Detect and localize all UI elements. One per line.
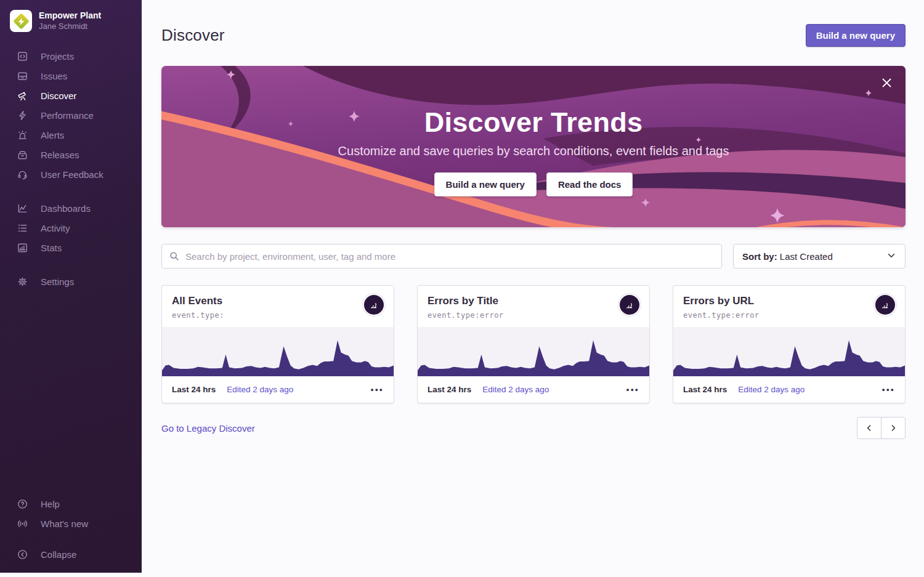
sort-dropdown[interactable]: Sort by: Last Created	[733, 244, 906, 268]
query-card-all-events[interactable]: All Events event.type: Last 24 hrs Edite…	[161, 285, 394, 403]
discover-trends-banner: Discover Trends Customize and save queri…	[161, 66, 906, 227]
sidebar-item-label: Activity	[41, 223, 70, 233]
card-query: event.type:	[172, 311, 384, 320]
sidebar-item-user-feedback[interactable]: User Feedback	[0, 164, 142, 184]
card-edited-link[interactable]: Edited 2 days ago	[227, 385, 293, 394]
telescope-icon	[17, 90, 28, 102]
legacy-discover-link[interactable]: Go to Legacy Discover	[161, 423, 255, 434]
card-sparkline-chart	[162, 327, 394, 376]
sidebar-item-alerts[interactable]: Alerts	[0, 125, 142, 145]
org-logo-diamond-icon	[13, 13, 30, 30]
sidebar: Empower Plant Jane Schmidt Projects Issu…	[0, 0, 142, 573]
sidebar-collapse-group: Collapse	[0, 544, 142, 564]
sort-value: Last Created	[780, 251, 833, 262]
sidebar-item-label: Settings	[41, 276, 74, 287]
sidebar-item-label: Performance	[41, 110, 94, 121]
sidebar-item-projects[interactable]: Projects	[0, 46, 142, 66]
lightning-icon	[17, 110, 28, 121]
sidebar-item-label: User Feedback	[41, 169, 103, 180]
banner-subtitle: Customize and save queries by search con…	[338, 144, 729, 158]
card-title: Errors by Title	[428, 295, 639, 307]
sidebar-item-performance[interactable]: Performance	[0, 105, 142, 125]
search-input[interactable]	[161, 244, 722, 268]
card-context-menu-icon[interactable]: •••	[371, 385, 384, 393]
org-switcher[interactable]: Empower Plant Jane Schmidt	[0, 7, 142, 32]
search-icon	[169, 251, 179, 264]
list-icon	[17, 222, 28, 234]
sidebar-item-settings[interactable]: Settings	[0, 272, 142, 291]
sentry-avatar-icon	[618, 294, 641, 316]
card-title: All Events	[172, 295, 384, 307]
sidebar-item-label: What's new	[41, 518, 88, 529]
archive-box-icon	[17, 149, 28, 161]
sidebar-item-label: Issues	[41, 71, 67, 81]
sidebar-primary-group: Projects Issues Discover Performance Ale…	[0, 46, 142, 184]
card-sparkline-chart	[673, 327, 905, 376]
card-time-range: Last 24 hrs	[172, 385, 216, 394]
sidebar-item-help[interactable]: Help	[0, 494, 142, 514]
card-edited-link[interactable]: Edited 2 days ago	[738, 385, 804, 394]
sidebar-item-label: Discover	[41, 91, 76, 101]
org-name: Empower Plant	[39, 10, 101, 22]
banner-read-docs-button[interactable]: Read the docs	[546, 172, 633, 196]
pagination-next-button[interactable]	[881, 417, 906, 439]
card-sparkline-chart	[418, 327, 649, 376]
saved-query-card-list: All Events event.type: Last 24 hrs Edite…	[161, 285, 906, 403]
collapse-circle-icon	[17, 549, 28, 560]
org-logo	[10, 10, 32, 32]
sidebar-settings-group: Settings	[0, 272, 142, 291]
issues-icon	[17, 70, 28, 82]
sidebar-item-label: Collapse	[41, 549, 76, 560]
pagination	[857, 417, 906, 439]
query-card-errors-by-url[interactable]: Errors by URL event.type:error Last 24 h…	[673, 285, 906, 403]
sidebar-item-label: Dashboards	[41, 203, 91, 214]
sidebar-item-label: Projects	[41, 51, 74, 62]
chevron-left-icon	[865, 424, 873, 432]
banner-title: Discover Trends	[424, 107, 643, 139]
card-time-range: Last 24 hrs	[428, 385, 471, 394]
build-new-query-button[interactable]: Build a new query	[806, 24, 906, 47]
sidebar-item-label: Stats	[41, 243, 62, 253]
card-time-range: Last 24 hrs	[683, 385, 727, 394]
sentry-avatar-icon	[363, 294, 385, 316]
sidebar-item-releases[interactable]: Releases	[0, 145, 142, 164]
broadcast-icon	[17, 518, 28, 530]
card-query: event.type:error	[683, 311, 895, 320]
sidebar-item-discover[interactable]: Discover	[0, 86, 142, 105]
bar-chart-icon	[17, 242, 28, 254]
gear-icon	[17, 276, 28, 288]
banner-build-query-button[interactable]: Build a new query	[434, 172, 537, 196]
pagination-prev-button[interactable]	[857, 417, 881, 439]
query-card-errors-by-title[interactable]: Errors by Title event.type:error Last 24…	[417, 285, 650, 403]
chevron-right-icon	[889, 424, 898, 432]
user-name: Jane Schmidt	[39, 22, 101, 31]
projects-icon	[17, 50, 28, 62]
sentry-avatar-icon	[874, 294, 896, 316]
main-content: Discover Build a new query	[142, 0, 924, 577]
line-chart-icon	[17, 203, 28, 214]
page-title: Discover	[161, 26, 225, 45]
sort-label: Sort by:	[742, 251, 777, 262]
sidebar-item-issues[interactable]: Issues	[0, 66, 142, 86]
card-query: event.type:error	[428, 311, 639, 320]
sidebar-collapse-button[interactable]: Collapse	[0, 544, 142, 564]
headset-icon	[17, 169, 28, 180]
sidebar-item-whats-new[interactable]: What's new	[0, 514, 142, 533]
card-edited-link[interactable]: Edited 2 days ago	[482, 385, 549, 394]
help-circle-icon	[17, 498, 28, 510]
sidebar-item-label: Releases	[41, 150, 79, 160]
sidebar-item-dashboards[interactable]: Dashboards	[0, 198, 142, 218]
card-title: Errors by URL	[683, 295, 895, 307]
chevron-down-icon	[886, 251, 896, 262]
sidebar-item-stats[interactable]: Stats	[0, 238, 142, 257]
sidebar-item-activity[interactable]: Activity	[0, 218, 142, 238]
sidebar-item-label: Alerts	[41, 130, 64, 140]
card-context-menu-icon[interactable]: •••	[882, 385, 895, 393]
siren-icon	[17, 129, 28, 141]
sidebar-secondary-group: Dashboards Activity Stats	[0, 198, 142, 257]
card-context-menu-icon[interactable]: •••	[626, 385, 639, 393]
sidebar-item-label: Help	[41, 499, 60, 509]
sidebar-help-group: Help What's new	[0, 494, 142, 533]
